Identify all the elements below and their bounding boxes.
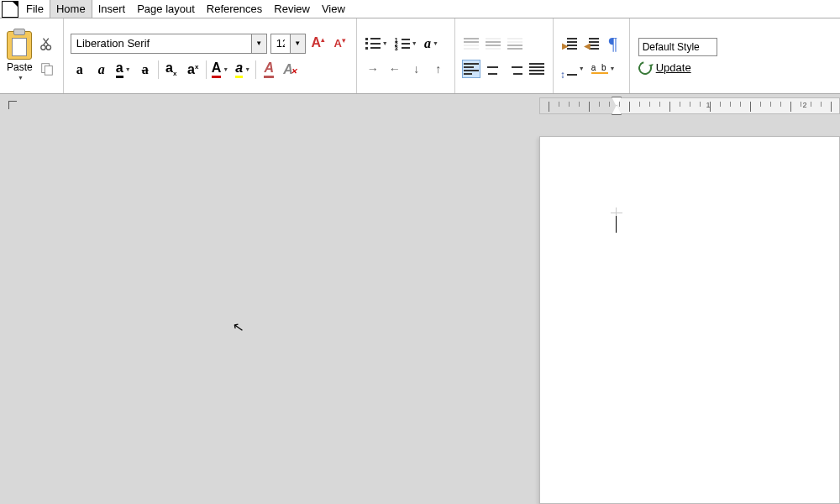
btt-button[interactable]: ↑ bbox=[429, 60, 448, 78]
svg-point-1 bbox=[46, 45, 50, 49]
valign-top-icon bbox=[464, 38, 479, 50]
grow-font-button[interactable]: A▴ bbox=[309, 34, 328, 53]
font-color-button[interactable]: A▼ bbox=[210, 60, 231, 79]
arrow-left-icon: ← bbox=[389, 62, 401, 76]
pilcrow-button[interactable]: ¶ bbox=[604, 34, 622, 53]
ttb-button[interactable]: ↓ bbox=[407, 60, 426, 78]
menu-references[interactable]: References bbox=[201, 0, 268, 18]
chevron-down-icon[interactable]: ▼ bbox=[251, 34, 266, 53]
italic-button[interactable]: a bbox=[92, 60, 111, 79]
bold-button[interactable]: a bbox=[71, 60, 89, 79]
line-spacing-icon bbox=[562, 62, 577, 76]
increase-indent-button[interactable]: ▶ bbox=[560, 34, 579, 53]
corner-mark-icon bbox=[8, 101, 17, 109]
arrow-up-icon: ↑ bbox=[435, 62, 441, 76]
italic-icon: a bbox=[98, 63, 105, 76]
group-lists: ▼ 123▼ a▼ → ← ↓ ↑ bbox=[357, 18, 455, 93]
valign-middle-button[interactable] bbox=[484, 34, 502, 53]
bullet-list-icon bbox=[365, 38, 381, 50]
superscript-button[interactable]: ax bbox=[184, 60, 202, 79]
rtl-button[interactable]: ← bbox=[386, 60, 404, 78]
line-spacing-button[interactable]: ▼ bbox=[560, 60, 586, 78]
menu-view[interactable]: View bbox=[316, 0, 351, 18]
update-style-label: Update bbox=[656, 61, 691, 74]
char-spacing-button[interactable]: a b▼ bbox=[590, 60, 617, 78]
bullet-list-button[interactable]: ▼ bbox=[364, 34, 390, 53]
align-justify-button[interactable] bbox=[528, 60, 546, 78]
ruler-tick bbox=[811, 102, 811, 107]
align-right-button[interactable] bbox=[506, 60, 524, 78]
outline-list-button[interactable]: a▼ bbox=[423, 34, 441, 53]
document-area: ↖ 1 2 bbox=[0, 94, 840, 504]
paste-button[interactable]: Paste ▼ bbox=[7, 31, 33, 81]
ruler-tick bbox=[740, 102, 741, 107]
decrease-indent-button[interactable]: ◀ bbox=[582, 34, 601, 53]
ribbon-home: Paste ▼ ▼ ▼ A▴ A▾ bbox=[0, 18, 840, 94]
font-name-input[interactable] bbox=[71, 35, 251, 51]
ruler-tick bbox=[700, 102, 701, 107]
svg-rect-3 bbox=[45, 66, 52, 75]
number-list-icon: 123 bbox=[395, 38, 410, 50]
arrow-right-icon: → bbox=[367, 62, 379, 76]
ruler-tick bbox=[760, 102, 761, 107]
menu-file[interactable]: File bbox=[20, 0, 50, 18]
ruler-tick bbox=[559, 102, 559, 107]
arrow-down-icon: ↓ bbox=[413, 62, 419, 76]
outline-icon: a bbox=[424, 37, 431, 50]
menu-page-layout[interactable]: Page layout bbox=[131, 0, 201, 18]
align-justify-icon bbox=[529, 63, 544, 75]
paragraph-style-combo[interactable]: Default Style bbox=[638, 38, 717, 56]
shrink-font-button[interactable]: A▾ bbox=[331, 34, 349, 53]
shrink-font-icon: A▾ bbox=[333, 37, 345, 49]
strike-button[interactable]: a bbox=[136, 60, 155, 79]
align-left-button[interactable] bbox=[462, 60, 480, 78]
ruler-tick bbox=[790, 102, 791, 112]
clear-formatting-button[interactable]: A✕ bbox=[281, 60, 302, 79]
font-name-combo[interactable]: ▼ bbox=[71, 34, 267, 54]
valign-bottom-button[interactable] bbox=[506, 34, 524, 53]
horizontal-ruler[interactable]: 1 2 bbox=[539, 97, 840, 114]
ruler-tick bbox=[690, 102, 690, 107]
align-center-icon bbox=[486, 63, 501, 75]
reload-icon bbox=[636, 59, 654, 77]
ltr-button[interactable]: → bbox=[364, 60, 382, 78]
ruler-mark-2: 2 bbox=[802, 101, 806, 109]
ruler-tick bbox=[750, 102, 751, 112]
menu-home[interactable]: Home bbox=[50, 0, 92, 18]
bold-icon: a bbox=[76, 63, 83, 76]
valign-top-button[interactable] bbox=[462, 34, 480, 53]
group-styles: Default Style Update bbox=[630, 18, 726, 93]
update-style-button[interactable]: Update bbox=[638, 61, 691, 75]
app-icon bbox=[2, 1, 18, 18]
ruler-tick bbox=[589, 102, 590, 112]
strike-icon: a bbox=[142, 63, 149, 76]
font-color-icon: A bbox=[212, 61, 222, 78]
group-alignment bbox=[455, 18, 554, 93]
valign-bottom-icon bbox=[507, 38, 522, 50]
align-left-icon bbox=[464, 63, 479, 75]
align-center-button[interactable] bbox=[484, 60, 502, 78]
cut-button[interactable] bbox=[38, 34, 56, 53]
clone-formatting-button[interactable]: A bbox=[260, 60, 278, 79]
underline-button[interactable]: a▼ bbox=[114, 60, 133, 79]
ruler-tick bbox=[680, 102, 680, 107]
ruler-tick bbox=[821, 102, 822, 107]
document-page[interactable] bbox=[539, 136, 840, 504]
font-size-input[interactable] bbox=[271, 35, 290, 51]
chevron-down-icon[interactable]: ▼ bbox=[290, 34, 305, 53]
ruler-tick bbox=[710, 102, 711, 112]
font-size-combo[interactable]: ▼ bbox=[270, 34, 306, 54]
menu-review[interactable]: Review bbox=[268, 0, 316, 18]
ruler-tick bbox=[669, 102, 670, 112]
highlight-button[interactable]: a▼ bbox=[234, 60, 252, 79]
ruler-tick bbox=[831, 102, 832, 112]
subscript-button[interactable]: ax bbox=[162, 60, 181, 79]
ruler-tick bbox=[639, 102, 640, 107]
menu-insert[interactable]: Insert bbox=[92, 0, 132, 18]
ruler-tick bbox=[780, 102, 781, 107]
chevron-down-icon: ▼ bbox=[18, 75, 24, 81]
mouse-cursor-icon: ↖ bbox=[231, 318, 244, 336]
number-list-button[interactable]: 123▼ bbox=[393, 34, 419, 53]
copy-button[interactable] bbox=[38, 60, 56, 78]
ruler-tick bbox=[569, 102, 570, 107]
